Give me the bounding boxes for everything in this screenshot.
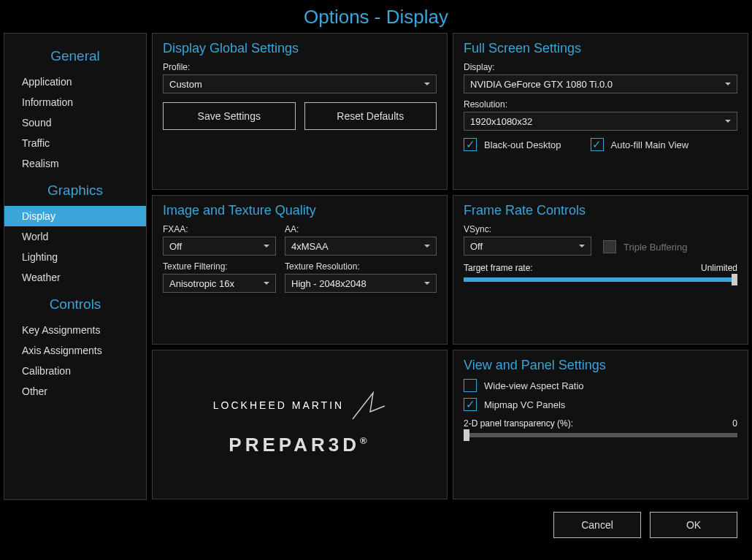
texres-label: Texture Resolution:	[285, 261, 437, 272]
texres-value: High - 2048x2048	[291, 278, 367, 289]
nav-group-title-graphics: Graphics	[4, 174, 146, 206]
ok-button[interactable]: OK	[650, 512, 737, 538]
fxaa-select[interactable]: Off	[163, 237, 276, 256]
sidebar-item-lighting[interactable]: Lighting	[4, 247, 146, 267]
slider-thumb[interactable]	[732, 274, 737, 285]
sidebar: General Application Information Sound Tr…	[4, 33, 147, 500]
panel-title-frame-rate: Frame Rate Controls	[464, 203, 737, 218]
panel-logo: LOCKHEED MARTIN PREPAR3D®	[152, 350, 448, 499]
panel-title-display-global: Display Global Settings	[163, 41, 437, 56]
panel-title-fullscreen: Full Screen Settings	[464, 41, 737, 56]
nav-group-general: General Application Information Sound Tr…	[4, 39, 146, 174]
target-fps-label: Target frame rate:	[464, 263, 533, 273]
triple-buffering-checkbox	[603, 240, 616, 253]
panel-fullscreen: Full Screen Settings Display: NVIDIA GeF…	[453, 33, 748, 190]
chevron-down-icon	[424, 282, 430, 285]
p3d-logo-text: PREPAR3D	[229, 434, 360, 456]
transparency-slider[interactable]	[464, 433, 737, 437]
panel-title-image-quality: Image and Texture Quality	[163, 203, 437, 218]
wideview-checkbox[interactable]	[464, 379, 477, 392]
blackout-label: Black-out Desktop	[484, 139, 561, 150]
display-value: NVIDIA GeForce GTX 1080 Ti.0.0	[470, 79, 613, 90]
chevron-down-icon	[424, 245, 430, 248]
nav-group-title-general: General	[4, 39, 146, 72]
panel-image-quality: Image and Texture Quality FXAA: Off AA: …	[152, 195, 448, 345]
chevron-down-icon	[424, 83, 430, 85]
profile-label: Profile:	[163, 62, 437, 72]
slider-thumb[interactable]	[464, 429, 469, 441]
vsync-select[interactable]: Off	[464, 237, 591, 256]
wideview-label: Wide-view Aspect Ratio	[484, 380, 584, 391]
lm-logo-text: LOCKHEED MARTIN	[213, 399, 344, 411]
autofill-label: Auto-fill Main View	[611, 139, 689, 150]
sidebar-item-key-assignments[interactable]: Key Assignments	[4, 320, 146, 340]
sidebar-item-weather[interactable]: Weather	[4, 267, 146, 288]
panel-title-view-settings: View and Panel Settings	[464, 358, 737, 373]
texfilter-label: Texture Filtering:	[163, 261, 276, 272]
transparency-label: 2-D panel transparency (%):	[464, 418, 573, 429]
vsync-value: Off	[470, 241, 483, 252]
fxaa-value: Off	[169, 241, 182, 252]
prepar3d-logo: PREPAR3D®	[229, 434, 370, 456]
page-title: Options - Display	[0, 6, 752, 28]
autofill-checkbox[interactable]: ✓	[591, 138, 604, 151]
sidebar-item-sound[interactable]: Sound	[4, 112, 146, 133]
sidebar-item-application[interactable]: Application	[4, 72, 146, 92]
triple-buffering-label: Triple Buffering	[624, 242, 687, 253]
cancel-button[interactable]: Cancel	[553, 512, 641, 538]
nav-group-graphics: Graphics Display World Lighting Weather	[4, 174, 146, 288]
reset-defaults-button[interactable]: Reset Defaults	[304, 102, 437, 130]
sidebar-item-information[interactable]: Information	[4, 92, 146, 112]
profile-select[interactable]: Custom	[163, 74, 437, 93]
panel-frame-rate: Frame Rate Controls VSync: Off Triple Bu…	[453, 195, 748, 345]
sidebar-item-other[interactable]: Other	[4, 381, 146, 402]
star-icon	[351, 390, 386, 421]
chevron-down-icon	[579, 245, 585, 248]
vsync-label: VSync:	[464, 224, 591, 234]
mipmap-label: Mipmap VC Panels	[484, 399, 565, 410]
chevron-down-icon	[725, 120, 731, 123]
target-fps-value: Unlimited	[701, 263, 737, 273]
nav-group-controls: Controls Key Assignments Axis Assignment…	[4, 288, 146, 402]
texfilter-select[interactable]: Anisotropic 16x	[163, 274, 276, 293]
sidebar-item-axis-assignments[interactable]: Axis Assignments	[4, 340, 146, 361]
blackout-checkbox[interactable]: ✓	[464, 138, 477, 151]
resolution-select[interactable]: 1920x1080x32	[464, 112, 737, 131]
profile-value: Custom	[169, 79, 202, 90]
fxaa-label: FXAA:	[163, 224, 276, 234]
sidebar-item-display[interactable]: Display	[4, 206, 146, 226]
mipmap-checkbox[interactable]: ✓	[464, 398, 477, 411]
chevron-down-icon	[264, 245, 269, 248]
sidebar-item-realism[interactable]: Realism	[4, 153, 146, 174]
aa-label: AA:	[285, 224, 437, 234]
display-select[interactable]: NVIDIA GeForce GTX 1080 Ti.0.0	[464, 74, 737, 93]
lockheed-martin-logo: LOCKHEED MARTIN	[213, 390, 386, 421]
registered-icon: ®	[360, 435, 371, 446]
sidebar-item-calibration[interactable]: Calibration	[4, 361, 146, 381]
resolution-value: 1920x1080x32	[470, 116, 532, 127]
save-settings-button[interactable]: Save Settings	[163, 102, 296, 130]
target-fps-slider[interactable]	[464, 277, 737, 282]
texres-select[interactable]: High - 2048x2048	[285, 274, 437, 293]
resolution-label: Resolution:	[464, 99, 737, 110]
sidebar-item-traffic[interactable]: Traffic	[4, 133, 146, 153]
display-label: Display:	[464, 62, 737, 72]
panel-view-settings: View and Panel Settings Wide-view Aspect…	[453, 350, 748, 499]
sidebar-item-world[interactable]: World	[4, 226, 146, 247]
aa-select[interactable]: 4xMSAA	[285, 237, 437, 256]
chevron-down-icon	[264, 282, 269, 285]
chevron-down-icon	[725, 83, 731, 85]
transparency-value: 0	[732, 418, 737, 429]
nav-group-title-controls: Controls	[4, 288, 146, 320]
aa-value: 4xMSAA	[291, 241, 329, 252]
panel-display-global: Display Global Settings Profile: Custom …	[152, 33, 448, 190]
footer: Cancel OK	[0, 500, 752, 538]
texfilter-value: Anisotropic 16x	[169, 278, 234, 289]
